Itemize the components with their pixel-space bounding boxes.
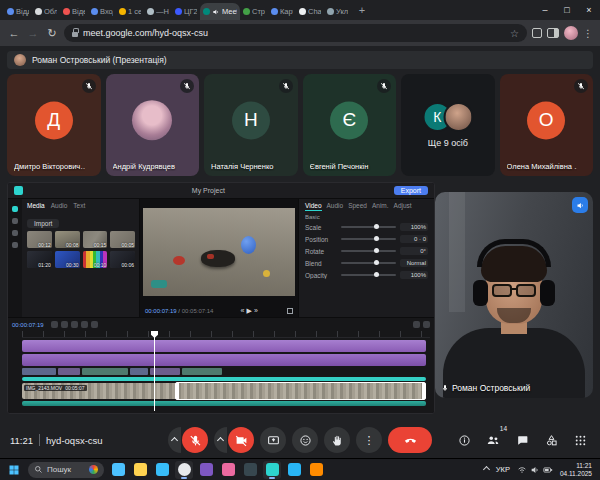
host-controls-button[interactable] — [570, 430, 590, 450]
browser-tab[interactable]: Відео — [60, 3, 88, 20]
property-slider — [341, 238, 396, 240]
close-button[interactable]: × — [578, 0, 600, 20]
text-track-1 — [22, 340, 426, 352]
taskbar-search[interactable]: Пошук — [28, 462, 104, 478]
leave-call-button[interactable] — [388, 427, 432, 453]
profile-avatar[interactable] — [564, 26, 578, 40]
app-icon — [200, 463, 213, 476]
raise-hand-button[interactable] — [324, 427, 350, 453]
participant-tile-nataliia[interactable]: Н Наталія Черненко — [204, 74, 298, 176]
chat-button[interactable] — [512, 430, 532, 450]
participant-tile-olena[interactable]: О Олена Михайлівна … — [500, 74, 594, 176]
taskbar-app-button[interactable] — [109, 461, 127, 479]
inspector-rows: Scale 100% Position 0 · 0 — [305, 223, 428, 279]
browser-tab[interactable]: Обли — [32, 3, 60, 20]
capcut-project-title: My Project — [28, 187, 389, 194]
smiley-icon — [299, 434, 312, 447]
media-thumbnail: 00:12 — [27, 231, 52, 248]
video-frame — [143, 208, 295, 296]
browser-tab[interactable]: Карт — [268, 3, 296, 20]
meeting-details-button[interactable] — [454, 430, 474, 450]
media-tabs: Media Audio Text — [27, 202, 135, 209]
browser-tab[interactable]: Стрі — [240, 3, 268, 20]
media-thumbnail: 01:20 — [27, 251, 52, 268]
browser-tab[interactable]: ЦГ2 — [172, 3, 200, 20]
clip-duration: 00:15 — [94, 242, 107, 248]
people-button[interactable]: 14 — [483, 430, 503, 450]
back-button[interactable]: ← — [7, 27, 21, 39]
bookmark-star-icon[interactable]: ☆ — [510, 28, 519, 39]
capcut-media-sidebar — [8, 199, 22, 317]
taskbar-app-button[interactable] — [153, 461, 171, 479]
start-button[interactable] — [5, 461, 23, 479]
reactions-button[interactable] — [292, 427, 318, 453]
browser-tab[interactable]: Вход — [88, 3, 116, 20]
browser-tab[interactable]: Відд — [4, 3, 32, 20]
minimize-button[interactable]: – — [534, 0, 556, 20]
preview-controls: 00:00:07:19 / 00:05:07:14 «▶» — [140, 304, 298, 317]
browser-menu-button[interactable]: ⋮ — [583, 28, 593, 39]
browser-tab[interactable]: —На — [144, 3, 172, 20]
address-bar[interactable]: meet.google.com/hyd-oqsx-csu ☆ — [64, 24, 527, 42]
taskbar-app-button[interactable] — [197, 461, 215, 479]
meeting-info: 11:21 hyd-oqsx-csu — [10, 434, 103, 446]
browser-tab[interactable]: Укл — [324, 3, 352, 20]
taskbar-app-button[interactable] — [219, 461, 237, 479]
avatar-initial: Є — [330, 101, 368, 139]
next-frame-icon: » — [254, 307, 260, 314]
camera-off-button[interactable] — [228, 427, 254, 453]
tab-favicon — [147, 8, 154, 15]
new-tab-button[interactable]: + — [354, 2, 370, 18]
tab-favicon — [203, 8, 210, 15]
taskbar-app-button[interactable] — [241, 461, 259, 479]
property-value: 100% — [400, 223, 428, 231]
browser-tab[interactable]: Meet — [200, 3, 240, 20]
app-icon — [222, 463, 235, 476]
participant-tile-dmytro[interactable]: Д Дмитро Вікторович… — [7, 74, 101, 176]
capcut-timeline: 00:00:07:19 — [8, 317, 434, 414]
tray-status-icons[interactable] — [517, 465, 553, 475]
participant-tile-yevhenii[interactable]: Є Євгеній Печонкін — [303, 74, 397, 176]
media-thumbnail: 00:30 — [55, 251, 80, 268]
taskbar-app-button[interactable] — [285, 461, 303, 479]
participant-tile-andrii[interactable]: Андрій Кудрявцев — [106, 74, 200, 176]
mic-icon — [441, 384, 449, 392]
side-panel-icon[interactable] — [547, 28, 559, 38]
maximize-button[interactable]: □ — [556, 0, 578, 20]
chevron-up-icon — [217, 436, 224, 443]
more-options-button[interactable]: ⋮ — [356, 427, 382, 453]
browser-tab[interactable]: Chat — [296, 3, 324, 20]
browser-tab[interactable]: 1 се — [116, 3, 144, 20]
property-slider — [341, 250, 396, 252]
tab-favicon — [63, 8, 70, 15]
participant-name: Андрій Кудрявцев — [113, 162, 184, 171]
taskbar-clock[interactable]: 11:21 04.11.2025 — [560, 462, 592, 478]
activities-button[interactable] — [541, 430, 561, 450]
property-slider — [341, 274, 396, 276]
taskbar-app-button[interactable] — [131, 461, 149, 479]
reload-button[interactable]: ↻ — [45, 27, 59, 40]
presenter-name: Роман Островський (Презентація) — [32, 55, 167, 65]
self-view-tile[interactable]: Роман Островський — [435, 192, 593, 398]
mic-options-button[interactable] — [168, 427, 181, 453]
forward-button[interactable]: → — [26, 27, 40, 39]
extensions-icon[interactable] — [532, 28, 542, 38]
taskbar-app-button[interactable] — [263, 461, 281, 479]
taskbar-app-button[interactable] — [175, 461, 193, 479]
presenter-avatar — [14, 54, 26, 66]
timeline-toolbar: 00:00:07:19 — [12, 318, 430, 331]
tab-title: Chat — [308, 7, 321, 16]
tray-expand-icon[interactable] — [483, 466, 490, 473]
more-participants-tile[interactable]: К Ще 9 осіб — [401, 74, 495, 176]
background-wall — [449, 192, 465, 312]
language-indicator[interactable]: УКР — [496, 465, 510, 474]
present-button[interactable] — [260, 427, 286, 453]
timeline-playhead — [154, 331, 155, 411]
screen-share-capcut[interactable]: My Project Export Media — [7, 182, 435, 414]
clip-duration: 00:08 — [66, 242, 79, 248]
mic-mute-button[interactable] — [182, 427, 208, 453]
participant-name: Дмитро Вікторович… — [14, 162, 85, 171]
taskbar-app-button[interactable] — [307, 461, 325, 479]
camera-options-button[interactable] — [214, 427, 227, 453]
inspector-tab: Adjust — [394, 202, 412, 211]
